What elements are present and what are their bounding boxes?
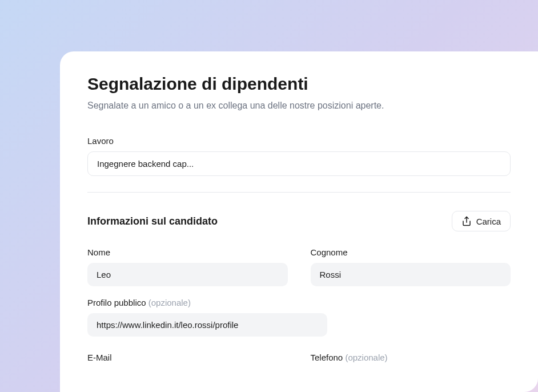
public-profile-input[interactable] (87, 313, 327, 337)
email-label: E-Mail (87, 353, 288, 362)
first-name-group: Nome (87, 247, 288, 286)
last-name-group: Cognome (311, 247, 511, 286)
job-select-value: Ingegnere backend cap... (97, 159, 194, 169)
name-row: Nome Cognome (87, 247, 511, 286)
candidate-section-title: Informazioni sul candidato (87, 215, 218, 227)
email-group: E-Mail (87, 353, 288, 368)
candidate-section-header: Informazioni sul candidato Carica (87, 211, 511, 231)
page-subtitle: Segnalate a un amico o a un ex collega u… (87, 101, 511, 111)
phone-label: Telefono (opzionale) (311, 353, 511, 362)
upload-icon (461, 216, 472, 226)
first-name-input[interactable] (87, 263, 288, 286)
page-title: Segnalazione di dipendenti (87, 74, 511, 94)
section-divider (87, 192, 511, 193)
upload-button-label: Carica (476, 217, 501, 226)
phone-optional: (opzionale) (345, 353, 387, 362)
public-profile-label-text: Profilo pubblico (87, 298, 146, 307)
public-profile-optional: (opzionale) (148, 298, 191, 307)
public-profile-label: Profilo pubblico (opzionale) (87, 298, 511, 307)
last-name-label: Cognome (311, 247, 511, 257)
referral-card: Segnalazione di dipendenti Segnalate a u… (60, 51, 538, 392)
contact-row: E-Mail Telefono (opzionale) (87, 353, 511, 368)
public-profile-group: Profilo pubblico (opzionale) (87, 298, 511, 337)
first-name-label: Nome (87, 247, 288, 257)
last-name-input[interactable] (311, 263, 511, 286)
job-select[interactable]: Ingegnere backend cap... (87, 151, 511, 176)
job-label: Lavoro (87, 136, 511, 146)
phone-label-text: Telefono (311, 353, 343, 362)
job-field-group: Lavoro Ingegnere backend cap... (87, 136, 511, 176)
upload-button[interactable]: Carica (452, 211, 511, 231)
phone-group: Telefono (opzionale) (311, 353, 511, 368)
